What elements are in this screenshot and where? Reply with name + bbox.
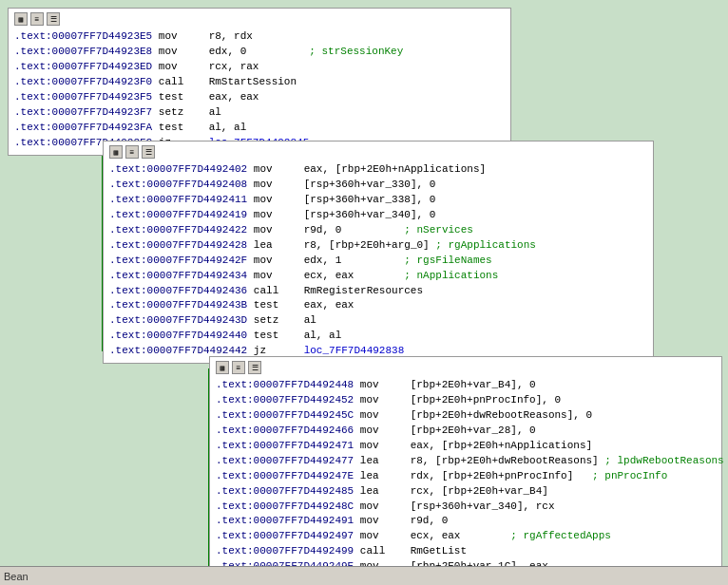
code-line: .text:00007FF7D4492497 mov ecx, eax ; rg… [216,529,716,544]
code-line: .text:00007FF7D44923F7 setz al [14,105,505,121]
code-line: .text:00007FF7D44923ED mov rcx, rax [14,60,505,75]
code-line: .text:00007FF7D449242F mov edx, 1 ; rgsF… [109,254,647,269]
code-line: .text:00007FF7D4492448 mov [rbp+2E0h+var… [216,378,716,393]
code-lines-3: .text:00007FF7D4492448 mov [rbp+2E0h+var… [216,378,716,585]
icon-layers-1[interactable]: ≡ [30,12,44,26]
title-bar-2: ▦ ≡ ☰ [109,145,647,159]
code-line: .text:00007FF7D449245C mov [rbp+2E0h+dwR… [216,408,716,424]
code-line: .text:00007FF7D4492411 mov [rsp+360h+var… [109,193,647,208]
code-block-1: ▦ ≡ ☰ .text:00007FF7D44923E5 mov r8, rdx… [8,8,511,156]
code-line: .text:00007FF7D44923F0 call RmStartSessi… [14,75,505,90]
code-line: .text:00007FF7D449243D setz al [109,313,647,329]
icon-grid-2[interactable]: ▦ [109,145,123,159]
code-line: .text:00007FF7D44923E8 mov edx, 0 ; strS… [14,45,505,60]
title-bar-1: ▦ ≡ ☰ [14,12,505,26]
status-bean: Bean [4,571,29,582]
icon-list-2[interactable]: ☰ [142,145,155,159]
code-line: .text:00007FF7D4492440 test al, al [109,329,647,344]
code-lines-2: .text:00007FF7D4492402 mov eax, [rbp+2E0… [109,162,647,359]
bottom-bar: Bean [0,566,728,585]
title-bar-3: ▦ ≡ ☰ [216,361,716,374]
icon-grid-1[interactable]: ▦ [14,12,28,26]
icon-grid-3[interactable]: ▦ [216,361,229,374]
code-block-2: ▦ ≡ ☰ .text:00007FF7D4492402 mov eax, [r… [103,141,654,364]
code-line: .text:00007FF7D4492422 mov r9d, 0 ; nSer… [109,223,647,238]
icon-list-3[interactable]: ☰ [248,361,261,374]
code-line: .text:00007FF7D449247E lea rdx, [rbp+2E0… [216,469,716,484]
code-line: .text:00007FF7D4492419 mov [rsp+360h+var… [109,208,647,223]
code-line: .text:00007FF7D44923E5 mov r8, rdx [14,29,505,45]
icon-layers-3[interactable]: ≡ [232,361,245,374]
code-line: .text:00007FF7D449248C mov [rsp+360h+var… [216,500,716,515]
code-block-3: ▦ ≡ ☰ .text:00007FF7D4492448 mov [rbp+2E… [209,356,722,585]
code-line: .text:00007FF7D4492485 lea rcx, [rbp+2E0… [216,484,716,500]
code-line: .text:00007FF7D4492452 mov [rbp+2E0h+pnP… [216,393,716,408]
code-line: .text:00007FF7D4492491 mov r9d, 0 [216,514,716,529]
code-line: .text:00007FF7D4492466 mov [rbp+2E0h+var… [216,424,716,439]
code-line: .text:00007FF7D4492477 lea r8, [rbp+2E0h… [216,454,716,469]
code-line: .text:00007FF7D4492471 mov eax, [rbp+2E0… [216,439,716,454]
code-line: .text:00007FF7D4492436 call RmRegisterRe… [109,284,647,299]
code-lines-1: .text:00007FF7D44923E5 mov r8, rdx .text… [14,29,505,151]
code-line: .text:00007FF7D4492402 mov eax, [rbp+2E0… [109,162,647,178]
code-line: .text:00007FF7D44923F5 test eax, eax [14,90,505,105]
icon-layers-2[interactable]: ≡ [125,145,139,159]
icon-list-1[interactable]: ☰ [47,12,60,26]
code-line: .text:00007FF7D4492428 lea r8, [rbp+2E0h… [109,238,647,254]
code-line: .text:00007FF7D4492408 mov [rsp+360h+var… [109,178,647,193]
code-line: .text:00007FF7D4492434 mov ecx, eax ; nA… [109,269,647,284]
code-line: .text:00007FF7D449243B test eax, eax [109,298,647,313]
code-line: .text:00007FF7D44923FA test al, al [14,121,505,136]
code-line: .text:00007FF7D4492499 call RmGetList [216,544,716,559]
